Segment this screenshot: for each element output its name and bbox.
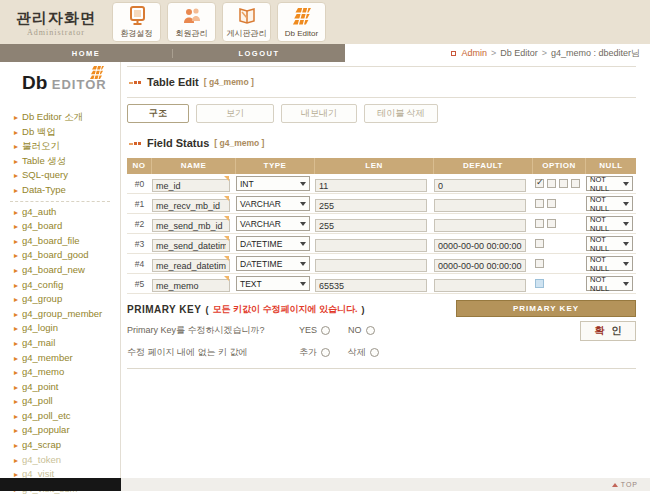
field-name-input[interactable] (152, 279, 230, 292)
sidebar-item-db-[interactable]: ▸Db 백업 (0, 125, 120, 140)
nav-dbeditor-card[interactable]: Db Editor (277, 2, 326, 42)
nav-boards-card[interactable]: 게시판관리 (222, 2, 271, 42)
option-checkbox[interactable] (535, 239, 544, 248)
field-default-input[interactable] (434, 259, 526, 272)
field-type-select[interactable]: DATETIME (236, 256, 310, 271)
sidebar-item-g4-token[interactable]: ▸g4_token (0, 453, 120, 468)
field-type-select[interactable]: TEXT (236, 276, 310, 291)
field-type-select[interactable]: DATETIME (236, 236, 310, 251)
sidebar-item-g4-poll-etc[interactable]: ▸g4_poll_etc (0, 409, 120, 424)
field-row: #4 DATETIME NOT NULL (127, 254, 636, 274)
primary-key-note: 모든 키값이 수정페이지에 있습니다. (212, 303, 357, 316)
sidebar-item-g4-scrap[interactable]: ▸g4_scrap (0, 438, 120, 453)
sidebar-item-g4-mail[interactable]: ▸g4_mail (0, 336, 120, 351)
arrow-bullet-icon: ▸ (14, 251, 18, 260)
column-header-type: TYPE (236, 158, 315, 174)
field-null-select[interactable]: NOT NULL (586, 276, 633, 291)
logo-text-db: Db (22, 72, 47, 93)
sidebar-item--[interactable]: ▸불러오기 (0, 139, 120, 154)
field-options (533, 179, 586, 188)
primary-key-button[interactable]: PRIMARY KEY (456, 300, 636, 317)
sidebar-item-g4-popular[interactable]: ▸g4_popular (0, 423, 120, 438)
breadcrumb-item[interactable]: Admin (461, 48, 487, 58)
field-default-input[interactable] (434, 239, 526, 252)
pk-edit-yes-radio[interactable] (321, 326, 330, 335)
field-null-select[interactable]: NOT NULL (586, 196, 633, 211)
tab-export[interactable]: 내보내기 (281, 104, 357, 123)
sidebar-item-g4-group-member[interactable]: ▸g4_group_member (0, 307, 120, 322)
footer: TOP (0, 478, 650, 491)
option-checkbox[interactable] (571, 179, 580, 188)
tab-drop-table[interactable]: 테이블 삭제 (364, 104, 438, 123)
field-len-input[interactable] (315, 179, 427, 192)
field-type-select[interactable]: INT (236, 176, 310, 191)
field-number: #4 (127, 259, 152, 269)
field-name-input[interactable] (152, 179, 230, 192)
option-checkbox[interactable] (535, 199, 544, 208)
option-checkbox[interactable] (559, 179, 568, 188)
option-checkbox[interactable] (547, 179, 556, 188)
pk-missing-key-삭제-radio[interactable] (370, 348, 379, 357)
admin-page: 관리자화면 Administrator 환경설정 회원관리 게시판관리 Db E… (0, 0, 650, 501)
field-type-select[interactable]: VARCHAR (236, 196, 310, 211)
sidebar-item-g4-group[interactable]: ▸g4_group (0, 292, 120, 307)
sidebar-item-g4-board-good[interactable]: ▸g4_board_good (0, 248, 120, 263)
field-type-select[interactable]: VARCHAR (236, 216, 310, 231)
field-null-select[interactable]: NOT NULL (586, 236, 633, 251)
field-len-input[interactable] (315, 259, 427, 272)
field-name-input[interactable] (152, 219, 230, 232)
field-len-input[interactable] (315, 279, 427, 292)
logout-button[interactable]: LOGOUT (173, 49, 345, 58)
field-default-input[interactable] (434, 279, 526, 292)
field-null-select[interactable]: NOT NULL (586, 256, 633, 271)
section-bullet-icon (129, 73, 142, 91)
sidebar-item-g4-auth[interactable]: ▸g4_auth (0, 205, 120, 220)
tab-view[interactable]: 보기 (196, 104, 274, 123)
sidebar-item-g4-poll[interactable]: ▸g4_poll (0, 394, 120, 409)
field-name-input[interactable] (152, 199, 230, 212)
field-default-input[interactable] (434, 219, 526, 232)
field-name-input[interactable] (152, 239, 230, 252)
arrow-bullet-icon: ▸ (14, 237, 18, 246)
field-null-select[interactable]: NOT NULL (586, 176, 633, 191)
nav-members-card[interactable]: 회원관리 (167, 2, 216, 42)
sidebar-item-g4-login[interactable]: ▸g4_login (0, 321, 120, 336)
sidebar-item-g4-memo[interactable]: ▸g4_memo (0, 365, 120, 380)
field-len-input[interactable] (315, 219, 427, 232)
field-len-input[interactable] (315, 199, 427, 212)
home-button[interactable]: HOME (0, 49, 172, 58)
scroll-top-link[interactable]: TOP (612, 481, 638, 488)
arrow-bullet-icon: ▸ (14, 397, 18, 406)
sidebar-item-g4-board-new[interactable]: ▸g4_board_new (0, 263, 120, 278)
option-checkbox[interactable] (535, 259, 544, 268)
sidebar-item-table-[interactable]: ▸Table 생성 (0, 154, 120, 169)
breadcrumb-item[interactable]: Db Editor (500, 48, 538, 58)
arrow-bullet-icon: ▸ (14, 412, 18, 421)
sidebar-item-g4-member[interactable]: ▸g4_member (0, 351, 120, 366)
sidebar-item-g4-board[interactable]: ▸g4_board (0, 219, 120, 234)
field-name-input[interactable] (152, 259, 230, 272)
pk-missing-key-추가-radio[interactable] (321, 348, 330, 357)
sidebar-footer-bar (0, 478, 121, 491)
option-checkbox-checked[interactable] (535, 179, 544, 188)
option-checkbox[interactable] (547, 219, 556, 228)
option-checkbox[interactable] (535, 219, 544, 228)
field-default-input[interactable] (434, 179, 526, 192)
sidebar-item-db-editor-[interactable]: ▸Db Editor 소개 (0, 110, 120, 125)
field-default-input[interactable] (434, 199, 526, 212)
sidebar-item-data-type[interactable]: ▸Data-Type (0, 183, 120, 198)
sidebar-item-g4-point[interactable]: ▸g4_point (0, 380, 120, 395)
confirm-button[interactable]: 확 인 (580, 321, 636, 341)
field-len-input[interactable] (315, 239, 427, 252)
option-checkbox[interactable] (547, 199, 556, 208)
sidebar-item-sql-query[interactable]: ▸SQL-query (0, 168, 120, 183)
sidebar-item-g4-config[interactable]: ▸g4_config (0, 278, 120, 293)
sidebar-item-g4-board-file[interactable]: ▸g4_board_file (0, 234, 120, 249)
field-null-select[interactable]: NOT NULL (586, 216, 633, 231)
pk-question2-options: 추가 삭제 (299, 346, 397, 359)
tab-structure[interactable]: 구조 (127, 104, 189, 123)
pk-edit-no-radio[interactable] (366, 326, 375, 335)
option-checkbox[interactable] (535, 279, 544, 288)
breadcrumb-item[interactable]: g4_memo : dbediter님 (551, 48, 640, 58)
nav-settings-card[interactable]: 환경설정 (112, 2, 161, 42)
